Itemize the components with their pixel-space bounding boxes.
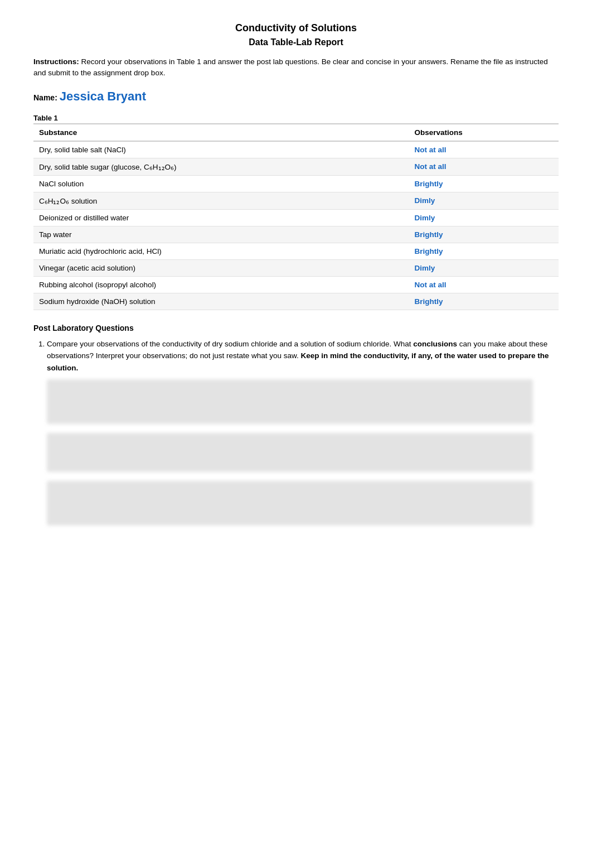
- answer-1-blurred: [47, 379, 533, 424]
- answer-2-blurred: [47, 433, 533, 472]
- table-row: Vinegar (acetic acid solution)Dimly: [33, 259, 559, 276]
- observation-cell: Brightly: [409, 226, 559, 243]
- instructions-label: Instructions:: [33, 57, 79, 66]
- table-row: Sodium hydroxide (NaOH) solutionBrightly: [33, 293, 559, 310]
- table-row: C₆H₁₂O₆ solutionDimly: [33, 192, 559, 209]
- observation-cell: Not at all: [409, 158, 559, 175]
- col-observations: Observations: [409, 124, 559, 141]
- substance-cell: C₆H₁₂O₆ solution: [33, 192, 409, 209]
- question-1-bold2: Keep in mind the conductivity, if any, o…: [47, 351, 549, 372]
- main-title: Conductivity of Solutions: [33, 22, 559, 34]
- substance-cell: NaCl solution: [33, 175, 409, 192]
- table-row: Dry, solid table salt (NaCl)Not at all: [33, 141, 559, 158]
- post-lab-questions: Compare your observations of the conduct…: [47, 338, 559, 526]
- instructions: Instructions: Record your observations i…: [33, 56, 559, 79]
- question-1: Compare your observations of the conduct…: [47, 338, 559, 526]
- answer-3-blurred: [47, 481, 533, 525]
- question-1-text: Compare your observations of the conduct…: [47, 340, 549, 372]
- name-value-text: Jessica Bryant: [60, 89, 146, 103]
- observation-cell: Dimly: [409, 209, 559, 226]
- substance-cell: Dry, solid table sugar (glucose, C₆H₁₂O₆…: [33, 158, 409, 175]
- name-label: Name:: [33, 93, 57, 102]
- sub-title: Data Table-Lab Report: [33, 37, 559, 47]
- question-1-bold1: conclusions: [413, 340, 457, 348]
- table-header-row: Substance Observations: [33, 124, 559, 141]
- observation-cell: Brightly: [409, 243, 559, 259]
- table-row: Rubbing alcohol (isopropyl alcohol)Not a…: [33, 276, 559, 293]
- substance-cell: Vinegar (acetic acid solution): [33, 259, 409, 276]
- substance-cell: Tap water: [33, 226, 409, 243]
- substance-cell: Deionized or distilled water: [33, 209, 409, 226]
- table-row: Tap waterBrightly: [33, 226, 559, 243]
- substance-cell: Sodium hydroxide (NaOH) solution: [33, 293, 409, 310]
- instructions-text: Record your observations in Table 1 and …: [33, 57, 548, 77]
- substance-cell: Dry, solid table salt (NaCl): [33, 141, 409, 158]
- observation-cell: Brightly: [409, 293, 559, 310]
- observation-cell: Not at all: [409, 276, 559, 293]
- name-section: Name: Jessica Bryant: [33, 89, 559, 104]
- col-substance: Substance: [33, 124, 409, 141]
- observation-cell: Dimly: [409, 259, 559, 276]
- observation-cell: Dimly: [409, 192, 559, 209]
- substance-cell: Muriatic acid (hydrochloric acid, HCl): [33, 243, 409, 259]
- observation-cell: Brightly: [409, 175, 559, 192]
- table-row: Muriatic acid (hydrochloric acid, HCl)Br…: [33, 243, 559, 259]
- observation-cell: Not at all: [409, 141, 559, 158]
- data-table: Substance Observations Dry, solid table …: [33, 123, 559, 310]
- substance-cell: Rubbing alcohol (isopropyl alcohol): [33, 276, 409, 293]
- table-label: Table 1: [33, 114, 559, 122]
- table-row: Dry, solid table sugar (glucose, C₆H₁₂O₆…: [33, 158, 559, 175]
- post-lab-title: Post Laboratory Questions: [33, 324, 559, 332]
- table-row: Deionized or distilled waterDimly: [33, 209, 559, 226]
- table-row: NaCl solutionBrightly: [33, 175, 559, 192]
